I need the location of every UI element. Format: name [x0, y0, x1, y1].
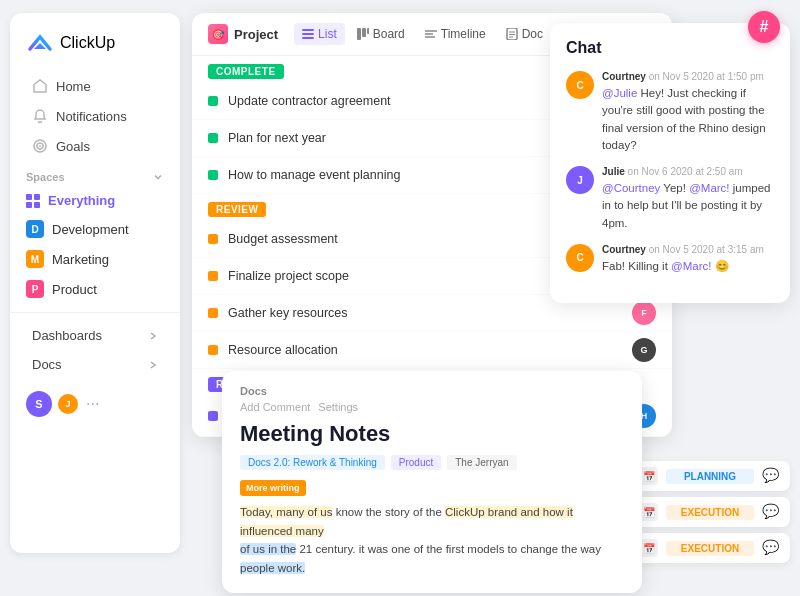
docs-actions: Add Comment Settings [240, 401, 624, 413]
chat-avatar-courtney: C [566, 71, 594, 99]
chat-meta-2: Courtney on Nov 5 2020 at 3:15 am [602, 244, 774, 255]
task-assignee-avatar: G [632, 338, 656, 362]
docs-tag-2: The Jerryan [447, 455, 516, 470]
chat-text-1: @Courtney Yep! @Marc! jumped in to help … [602, 180, 774, 232]
task-dot-orange [208, 345, 218, 355]
settings-link[interactable]: Settings [318, 401, 358, 413]
sidebar-item-product[interactable]: P Product [10, 274, 180, 304]
sidebar-item-docs[interactable]: Docs [16, 350, 174, 379]
sidebar-item-development[interactable]: D Development [10, 214, 180, 244]
chat-avatar-julie: J [566, 166, 594, 194]
chat-title: Chat [566, 39, 774, 57]
mini-badge-2: EXECUTION [666, 541, 754, 556]
chevron-right-icon2 [148, 360, 158, 370]
chat-bubble-0: Courtney on Nov 5 2020 at 1:50 pm @Julie… [602, 71, 774, 154]
everything-label: Everything [48, 193, 115, 208]
docs-body-text: Today, many of us know the story of the … [240, 506, 601, 573]
svg-rect-6 [357, 28, 361, 40]
chat-message-2: C Courtney on Nov 5 2020 at 3:15 am Fab!… [566, 244, 774, 275]
doc-icon [506, 28, 518, 40]
sidebar-item-dashboards[interactable]: Dashboards [16, 321, 174, 350]
bell-icon [32, 108, 48, 124]
badge-review: REVIEW [208, 202, 266, 217]
task-row[interactable]: Resource allocation G [192, 332, 672, 369]
add-comment-link[interactable]: Add Comment [240, 401, 310, 413]
product-icon: P [26, 280, 44, 298]
calendar-icon2: 📅 [640, 503, 658, 521]
ellipsis-icon: ··· [86, 395, 99, 413]
marketing-icon: M [26, 250, 44, 268]
project-icon: 🎯 [208, 24, 228, 44]
calendar-icon: 📅 [640, 467, 658, 485]
list-icon [302, 28, 314, 40]
tab-board[interactable]: Board [349, 23, 413, 45]
mini-panel-2: 📅 EXECUTION 💬 [630, 533, 790, 563]
more-writing-badge: More writing [240, 480, 306, 496]
chat-meta-0: Courtney on Nov 5 2020 at 1:50 pm [602, 71, 774, 82]
chat-message-1: J Julie on Nov 6 2020 at 2:50 am @Courtn… [566, 166, 774, 232]
highlight-4: people work. [240, 562, 305, 574]
app-container: ClickUp Home Notifications Goals Space [10, 13, 790, 583]
sidebar-item-goals[interactable]: Goals [16, 131, 174, 161]
product-label: Product [52, 282, 97, 297]
timeline-icon [425, 28, 437, 40]
docs-tag-1: Product [391, 455, 441, 470]
chevron-right-icon [148, 331, 158, 341]
sidebar-home-label: Home [56, 79, 91, 94]
svg-rect-8 [367, 28, 369, 34]
project-title: 🎯 Project [208, 24, 278, 44]
sidebar-item-notifications[interactable]: Notifications [16, 101, 174, 131]
sidebar-user-row: S J ··· [10, 383, 180, 425]
sidebar-goals-label: Goals [56, 139, 90, 154]
task-dot-green [208, 133, 218, 143]
chat-text-0: @Julie Hey! Just checking if you're stil… [602, 85, 774, 154]
home-icon [32, 78, 48, 94]
grid-icon [26, 194, 40, 208]
chat-avatar-courtney2: C [566, 244, 594, 272]
calendar-icon3: 📅 [640, 539, 658, 557]
docs-body: More writing Today, many of us know the … [240, 478, 624, 577]
highlight-3: of us in the [240, 543, 296, 555]
development-label: Development [52, 222, 129, 237]
mini-panels-container: 📅 PLANNING 💬 📅 EXECUTION 💬 📅 EXECUTION 💬 [630, 461, 790, 563]
docs-tag-0: Docs 2.0: Rework & Thinking [240, 455, 385, 470]
user-avatar[interactable]: S [26, 391, 52, 417]
target-icon [32, 138, 48, 154]
docs-tags: Docs 2.0: Rework & Thinking Product The … [240, 455, 624, 470]
chat-icon: 💬 [762, 467, 780, 485]
task-dot-orange [208, 271, 218, 281]
chat-bubble-1: Julie on Nov 6 2020 at 2:50 am @Courtney… [602, 166, 774, 232]
svg-rect-5 [302, 37, 314, 39]
task-name: Gather key resources [228, 306, 632, 320]
sidebar-logo[interactable]: ClickUp [10, 29, 180, 71]
docs-heading: Meeting Notes [240, 421, 624, 447]
sidebar-notifications-label: Notifications [56, 109, 127, 124]
mini-badge-1: EXECUTION [666, 505, 754, 520]
user-secondary-avatar: J [58, 394, 78, 414]
sidebar-item-marketing[interactable]: M Marketing [10, 244, 180, 274]
task-assignee-avatar: F [632, 301, 656, 325]
task-dot-orange [208, 234, 218, 244]
task-dot-green [208, 170, 218, 180]
task-dot-purple [208, 411, 218, 421]
tab-list[interactable]: List [294, 23, 345, 45]
sidebar-item-everything[interactable]: Everything [10, 187, 180, 214]
docs-label: Docs [240, 385, 624, 397]
task-name: Resource allocation [228, 343, 632, 357]
sidebar-item-home[interactable]: Home [16, 71, 174, 101]
mini-panel-1: 📅 EXECUTION 💬 [630, 497, 790, 527]
docs-sidebar-label: Docs [32, 357, 62, 372]
sidebar-logo-text: ClickUp [60, 34, 115, 52]
chat-hash-icon: # [748, 11, 780, 43]
chat-message-0: C Courtney on Nov 5 2020 at 1:50 pm @Jul… [566, 71, 774, 154]
svg-rect-3 [302, 29, 314, 31]
task-dot-orange [208, 308, 218, 318]
spaces-section-label: Spaces [10, 161, 180, 187]
chevron-down-icon [152, 171, 164, 183]
highlight-1: Today, many of us [240, 506, 332, 518]
tab-doc[interactable]: Doc [498, 23, 551, 45]
sidebar-bottom: Dashboards Docs [10, 312, 180, 383]
sidebar: ClickUp Home Notifications Goals Space [10, 13, 180, 553]
tab-timeline[interactable]: Timeline [417, 23, 494, 45]
task-dot-green [208, 96, 218, 106]
